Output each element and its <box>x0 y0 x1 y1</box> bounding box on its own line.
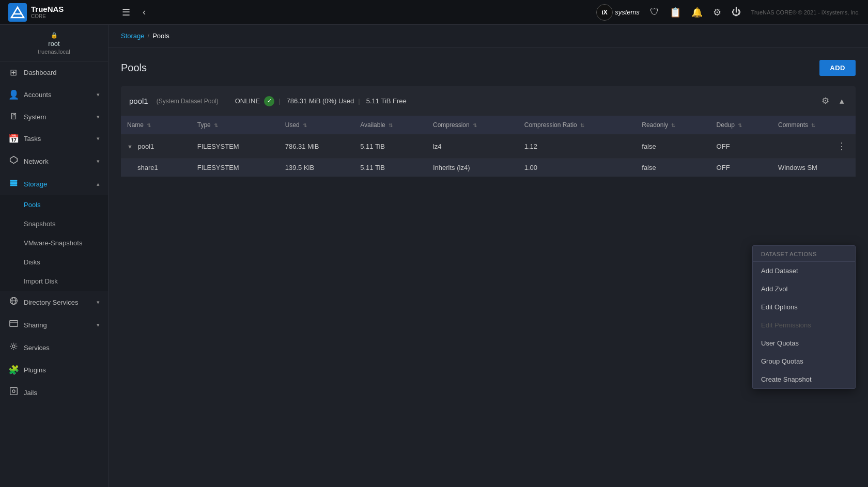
network-icon <box>8 155 19 167</box>
services-icon <box>8 342 19 353</box>
breadcrumb: Storage / Pools <box>121 32 169 40</box>
breadcrumb-bar: Storage / Pools <box>109 25 868 48</box>
sidebar-item-accounts[interactable]: 👤 Accounts ▾ <box>0 84 108 106</box>
sidebar-item-import-disk[interactable]: Import Disk <box>0 272 108 291</box>
power-icon[interactable]: ⏻ <box>732 7 741 18</box>
sidebar-item-storage[interactable]: Storage ▴ <box>0 172 108 195</box>
topbar-controls: ☰ ‹ <box>112 5 148 20</box>
sidebar-item-pools[interactable]: Pools <box>0 195 108 214</box>
col-compression-ratio[interactable]: Compression Ratio ⇅ <box>518 116 636 134</box>
app-sub: CORE <box>31 13 64 19</box>
sidebar-item-label: Sharing <box>24 321 91 329</box>
cell-readonly: false <box>636 159 710 177</box>
sidebar-item-system[interactable]: 🖥 System ▾ <box>0 106 108 128</box>
cell-dedup: OFF <box>710 159 772 177</box>
notifications-icon[interactable]: 🔔 <box>691 7 703 18</box>
sidebar-item-jails[interactable]: Jails <box>0 381 108 404</box>
table-row: share1 FILESYSTEM 139.5 KiB 5.11 TiB Inh… <box>121 159 856 177</box>
context-menu-item-edit-options[interactable]: Edit Options <box>753 298 855 316</box>
row-name-value: share1 <box>137 164 158 171</box>
sidebar-item-label: Accounts <box>24 91 91 99</box>
lock-icon: 🔒 <box>51 32 58 39</box>
add-pool-button[interactable]: ADD <box>819 60 856 76</box>
sort-icon: ⇅ <box>303 122 307 128</box>
sidebar-item-snapshots[interactable]: Snapshots <box>0 214 108 233</box>
col-compression[interactable]: Compression ⇅ <box>427 116 518 134</box>
context-menu-item-create-snapshot[interactable]: Create Snapshot <box>753 370 855 388</box>
pool-settings-button[interactable]: ⚙ <box>818 93 832 108</box>
col-used-label: Used <box>285 121 300 129</box>
sidebar-item-plugins[interactable]: 🧩 Plugins <box>0 359 108 381</box>
hamburger-menu-button[interactable]: ☰ <box>120 5 132 20</box>
pool-collapse-button[interactable]: ▴ <box>836 93 847 108</box>
context-menu-item-add-zvol[interactable]: Add Zvol <box>753 280 855 298</box>
col-used[interactable]: Used ⇅ <box>279 116 354 134</box>
sidebar-item-vmware-snapshots[interactable]: VMware-Snapshots <box>0 233 108 253</box>
pool-table: Name ⇅ Type ⇅ Used ⇅ <box>121 116 856 177</box>
col-available-label: Available <box>360 121 385 129</box>
sidebar-user: 🔒 root truenas.local <box>0 25 108 61</box>
back-button[interactable]: ‹ <box>141 5 148 20</box>
ix-badge: iX <box>596 4 613 21</box>
sidebar-item-network[interactable]: Network ▾ <box>0 150 108 172</box>
sidebar-item-directory-services[interactable]: Directory Services ▾ <box>0 291 108 313</box>
tasks-icon: 📅 <box>8 133 19 144</box>
accounts-icon: 👤 <box>8 89 19 100</box>
col-available[interactable]: Available ⇅ <box>354 116 427 134</box>
svg-point-14 <box>12 390 14 392</box>
col-type[interactable]: Type ⇅ <box>191 116 279 134</box>
sidebar-item-sharing[interactable]: Sharing ▾ <box>0 313 108 336</box>
cell-readonly: false <box>636 134 710 159</box>
col-readonly[interactable]: Readonly ⇅ <box>636 116 710 134</box>
svg-point-12 <box>12 345 14 348</box>
main-layout: 🔒 root truenas.local ⊞ Dashboard 👤 Accou… <box>0 25 868 487</box>
cell-dedup: OFF <box>710 134 772 159</box>
row-actions-button[interactable]: ⋮ <box>834 139 849 153</box>
pool-name: pool1 <box>129 97 148 105</box>
sort-icon: ⇅ <box>738 122 742 128</box>
pool-table-header-row: Name ⇅ Type ⇅ Used ⇅ <box>121 116 856 134</box>
breadcrumb-current: Pools <box>152 32 169 40</box>
sidebar-item-disks[interactable]: Disks <box>0 253 108 272</box>
col-comments[interactable]: Comments ⇅ <box>772 116 856 134</box>
cell-type: FILESYSTEM <box>191 159 279 177</box>
sidebar-hostname: truenas.local <box>38 49 70 55</box>
table-row: ▼ pool1 FILESYSTEM 786.31 MiB 5.11 TiB l… <box>121 134 856 159</box>
dashboard-icon: ⊞ <box>8 67 19 78</box>
sidebar-item-services[interactable]: Services <box>0 336 108 359</box>
chevron-right-icon: ▾ <box>97 299 100 306</box>
cell-type: FILESYSTEM <box>191 134 279 159</box>
app-name: TrueNAS <box>31 5 64 14</box>
col-dedup[interactable]: Dedup ⇅ <box>710 116 772 134</box>
notes-icon[interactable]: 📋 <box>670 7 681 18</box>
pool-actions: ⚙ ▴ <box>818 93 847 108</box>
pool-free-stats: 5.11 TiB Free <box>366 97 407 105</box>
cell-used: 786.31 MiB <box>279 134 354 159</box>
hamburger-icon: ☰ <box>122 7 130 18</box>
sidebar-item-dashboard[interactable]: ⊞ Dashboard <box>0 61 108 84</box>
cell-available: 5.11 TiB <box>354 134 427 159</box>
context-menu-item-add-dataset[interactable]: Add Dataset <box>753 262 855 280</box>
sidebar-item-label: Snapshots <box>24 220 100 228</box>
pool-status-label: ONLINE <box>235 97 260 105</box>
sidebar-item-label: Import Disk <box>24 277 100 285</box>
col-name-label: Name <box>127 121 144 129</box>
context-menu-item-edit-permissions: Edit Permissions <box>753 316 855 334</box>
topbar: TrueNAS CORE ☰ ‹ iX systems 🛡 📋 🔔 ⚙ ⏻ Tr… <box>0 0 868 25</box>
col-name[interactable]: Name ⇅ <box>121 116 191 134</box>
context-menu-item-group-quotas[interactable]: Group Quotas <box>753 352 855 370</box>
sort-icon: ⇅ <box>147 122 151 128</box>
sharing-icon <box>8 319 19 331</box>
row-name-value: pool1 <box>138 143 154 150</box>
sidebar-username: root <box>48 40 59 48</box>
sidebar: 🔒 root truenas.local ⊞ Dashboard 👤 Accou… <box>0 25 109 487</box>
settings-icon[interactable]: ⚙ <box>713 7 721 18</box>
plugins-icon: 🧩 <box>8 365 19 375</box>
breadcrumb-parent[interactable]: Storage <box>121 32 145 40</box>
sidebar-item-label: Directory Services <box>24 299 91 306</box>
context-menu-item-user-quotas[interactable]: User Quotas <box>753 334 855 352</box>
shield-icon[interactable]: 🛡 <box>650 7 659 18</box>
sidebar-item-tasks[interactable]: 📅 Tasks ▾ <box>0 128 108 150</box>
cell-name: share1 <box>121 159 191 177</box>
sidebar-item-label: System <box>24 113 91 121</box>
